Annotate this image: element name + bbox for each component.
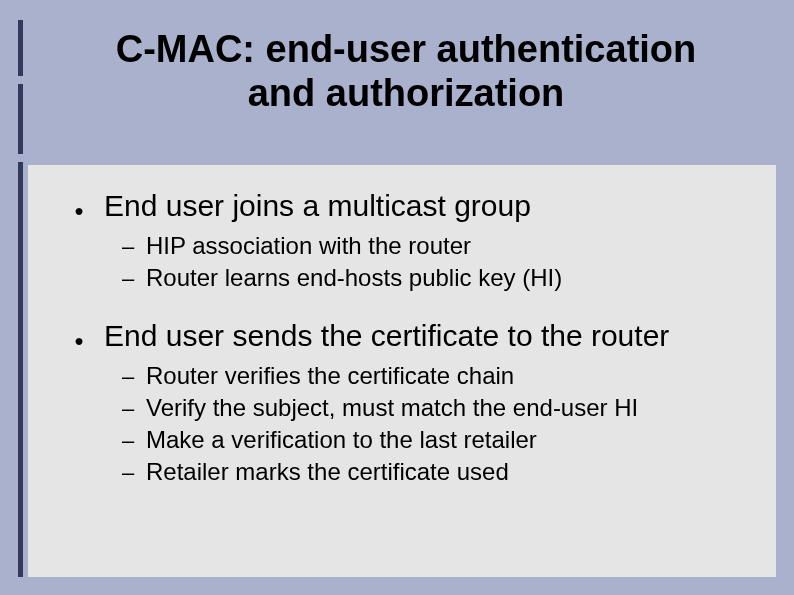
dash-icon: – (120, 396, 136, 422)
sub-bullet-item: – Retailer marks the certificate used (120, 457, 744, 487)
sub-bullet-item: – Make a verification to the last retail… (120, 425, 744, 455)
side-bar-segment (18, 84, 23, 154)
side-bar-segment (18, 162, 23, 577)
dash-icon: – (120, 460, 136, 486)
bullet-icon: ● (72, 325, 86, 357)
sub-bullet-item: – Router learns end-hosts public key (HI… (120, 263, 744, 293)
sub-bullet-item: – Router verifies the certificate chain (120, 361, 744, 391)
dash-icon: – (120, 364, 136, 390)
sub-bullet-text: HIP association with the router (146, 231, 471, 261)
bullet-text: End user joins a multicast group (104, 187, 531, 225)
dash-icon: – (120, 428, 136, 454)
bullet-icon: ● (72, 195, 86, 227)
sub-bullet-item: – Verify the subject, must match the end… (120, 393, 744, 423)
sub-bullet-text: Router learns end-hosts public key (HI) (146, 263, 562, 293)
sub-bullet-text: Router verifies the certificate chain (146, 361, 514, 391)
bullet-item: ● End user joins a multicast group (72, 187, 744, 227)
sub-bullet-item: – HIP association with the router (120, 231, 744, 261)
slide-body: ● End user joins a multicast group – HIP… (28, 165, 776, 577)
title-line-1: C-MAC: end-user authentication (116, 28, 697, 70)
dash-icon: – (120, 234, 136, 260)
side-bar-segment (18, 20, 23, 76)
sub-bullet-text: Make a verification to the last retailer (146, 425, 537, 455)
dash-icon: – (120, 266, 136, 292)
decorative-side-bars (0, 0, 28, 595)
bullet-text: End user sends the certificate to the ro… (104, 317, 669, 355)
sub-bullet-text: Verify the subject, must match the end-u… (146, 393, 638, 423)
title-line-2: and authorization (248, 72, 565, 114)
bullet-item: ● End user sends the certificate to the … (72, 317, 744, 357)
spacer (72, 295, 744, 317)
slide-title: C-MAC: end-user authentication and autho… (46, 28, 766, 115)
sub-bullet-text: Retailer marks the certificate used (146, 457, 509, 487)
